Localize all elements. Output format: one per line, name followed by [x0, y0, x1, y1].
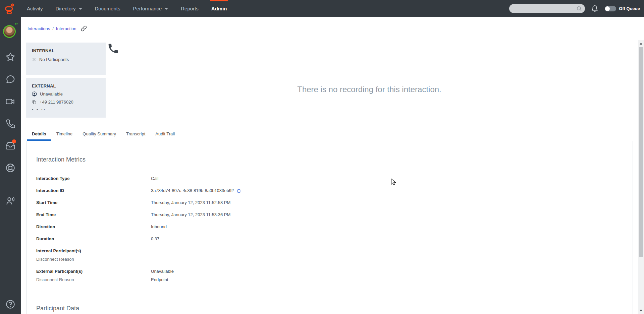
- internal-participants-panel: INTERNAL No Participants: [26, 43, 106, 75]
- panel-title: EXTERNAL: [32, 83, 106, 88]
- agent-speaking-icon[interactable]: [4, 195, 16, 207]
- metric-label: Disconnect Reason: [36, 277, 151, 282]
- metric-value: Inbound: [151, 225, 167, 229]
- metric-row: Interaction ID 3a734d74-807c-4c38-819b-8…: [36, 188, 633, 193]
- chevron-down-icon: [165, 8, 168, 10]
- copy-icon[interactable]: [236, 188, 241, 193]
- participant-row-clipped: - - ··: [32, 108, 106, 110]
- nav-label: Performance: [133, 6, 162, 11]
- interactions-inbox-icon[interactable]: [4, 140, 16, 152]
- nav-item-documents[interactable]: Documents: [95, 0, 120, 17]
- user-circle-icon: [32, 91, 37, 97]
- interaction-tabs: Details Timeline Quality Summary Transcr…: [27, 129, 180, 141]
- no-recording-message: There is no recording for this interacti…: [106, 85, 633, 94]
- interaction-id-value: 3a734d74-807c-4c38-819b-8a0b1033eb92: [151, 188, 234, 193]
- breadcrumb-separator: /: [52, 26, 54, 31]
- off-queue-label: Off Queue: [619, 6, 640, 11]
- main-content: INTERNAL No Participants EXTERNAL Unavai…: [21, 40, 644, 314]
- favorites-star-icon[interactable]: [4, 51, 16, 63]
- metric-label: Start Time: [36, 200, 151, 205]
- nav-item-performance[interactable]: Performance: [133, 0, 168, 17]
- panel-title: INTERNAL: [32, 48, 106, 53]
- nav-label: Activity: [27, 6, 43, 11]
- scroll-down-arrow-icon[interactable]: [640, 310, 642, 312]
- tab-timeline[interactable]: Timeline: [51, 129, 78, 141]
- x-icon: [32, 57, 36, 62]
- metric-row: External Participant(s) Unavailable: [36, 269, 633, 274]
- user-avatar[interactable]: [3, 25, 16, 38]
- metric-row: Start Time Thursday, January 12, 2023 11…: [36, 200, 633, 205]
- global-search: [509, 4, 585, 13]
- help-icon[interactable]: [4, 298, 16, 310]
- top-bar-right: Off Queue: [509, 0, 640, 17]
- section-heading-interaction-metrics: Interaction Metrics: [36, 141, 633, 163]
- participant-row: +49 211 9876020: [32, 100, 106, 105]
- breadcrumb: Interactions / Interaction: [21, 17, 644, 40]
- participant-row: No Participants: [32, 57, 106, 62]
- tab-transcript[interactable]: Transcript: [121, 129, 150, 141]
- nav-item-admin[interactable]: Admin: [211, 0, 227, 17]
- search-icon: [576, 6, 582, 11]
- presence-quote-icon: ”: [15, 22, 18, 28]
- scroll-up-arrow-icon[interactable]: [640, 43, 642, 45]
- queue-status-toggle[interactable]: [605, 6, 616, 11]
- phone-icon[interactable]: [4, 118, 16, 130]
- notification-dot: [12, 139, 16, 143]
- nav-label: Reports: [181, 6, 199, 11]
- search-input[interactable]: [513, 4, 574, 13]
- participant-text: No Participants: [39, 57, 69, 62]
- tab-quality-summary[interactable]: Quality Summary: [77, 129, 121, 141]
- metric-label: Direction: [36, 225, 151, 229]
- nav-label: Directory: [56, 6, 76, 11]
- metric-row: Direction Inbound: [36, 225, 633, 229]
- external-participants-panel: EXTERNAL Unavailable +49 211 9876020 - -…: [26, 78, 106, 118]
- toggle-knob: [605, 6, 610, 11]
- video-camera-icon[interactable]: [4, 96, 16, 108]
- support-lifebuoy-icon[interactable]: [4, 162, 16, 174]
- section-divider: [36, 166, 323, 166]
- nav-item-directory[interactable]: Directory: [56, 0, 82, 17]
- metric-value: Call: [151, 176, 158, 181]
- tab-audit-trail[interactable]: Audit Trail: [150, 129, 180, 141]
- metric-row: Disconnect Reason Endpoint: [36, 277, 633, 282]
- metric-label: Interaction ID: [36, 188, 151, 193]
- participant-row: Unavailable: [32, 91, 106, 97]
- section-heading-participant-data: Participant Data: [36, 290, 633, 312]
- metric-label: Internal Participant(s): [36, 249, 151, 253]
- nav-label: Admin: [211, 6, 227, 11]
- chevron-down-icon: [79, 8, 82, 10]
- metric-value: Endpoint: [151, 277, 168, 282]
- tab-details[interactable]: Details: [27, 129, 51, 141]
- top-bar: Activity Directory Documents Performance…: [0, 0, 644, 17]
- notifications-bell-icon[interactable]: [591, 5, 598, 12]
- details-card: Interaction Metrics Interaction Type Cal…: [26, 141, 633, 314]
- breadcrumb-link-interactions[interactable]: Interactions: [28, 26, 50, 31]
- scrollbar-thumb[interactable]: [639, 47, 643, 257]
- metric-row: End Time Thursday, January 12, 2023 11:5…: [36, 212, 633, 217]
- participant-phone-number: +49 211 9876020: [40, 100, 73, 105]
- metric-value: Unavailable: [151, 269, 174, 274]
- call-type-phone-icon: [107, 42, 119, 55]
- metric-label: End Time: [36, 212, 151, 217]
- metric-label: External Participant(s): [36, 269, 151, 274]
- metric-row: Disconnect Reason: [36, 257, 633, 262]
- metric-row: Duration 0:37: [36, 237, 633, 241]
- metric-label: Interaction Type: [36, 176, 151, 181]
- metric-value: Thursday, January 12, 2023 11:52:58 PM: [151, 200, 230, 205]
- metric-value: 3a734d74-807c-4c38-819b-8a0b1033eb92: [151, 188, 241, 193]
- breadcrumb-link-interaction[interactable]: Interaction: [56, 26, 76, 31]
- metric-value: 0:37: [151, 237, 159, 241]
- chat-bubble-icon[interactable]: [4, 73, 16, 85]
- copy-link-icon[interactable]: [81, 25, 87, 32]
- metric-row: Interaction Type Call: [36, 176, 633, 181]
- nav-label: Documents: [95, 6, 120, 11]
- metrics-rows: Interaction Type Call Interaction ID 3a7…: [36, 176, 633, 282]
- main-navigation: Activity Directory Documents Performance…: [27, 0, 227, 17]
- nav-item-reports[interactable]: Reports: [181, 0, 199, 17]
- copy-icon[interactable]: [32, 100, 37, 105]
- nav-item-activity[interactable]: Activity: [27, 0, 43, 17]
- metric-label: Duration: [36, 237, 151, 241]
- metric-value: Thursday, January 12, 2023 11:53:36 PM: [151, 212, 230, 217]
- vertical-scrollbar[interactable]: [638, 40, 644, 314]
- genesys-logo-icon[interactable]: [4, 3, 15, 14]
